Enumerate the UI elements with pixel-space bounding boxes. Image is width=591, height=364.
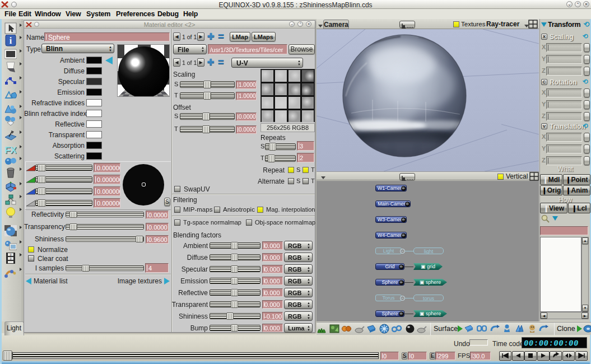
svg-text:FX: FX	[4, 145, 17, 156]
svg-text:3: 3	[10, 257, 12, 260]
svg-text:3: 3	[10, 253, 12, 256]
svg-text:i: i	[10, 36, 12, 45]
